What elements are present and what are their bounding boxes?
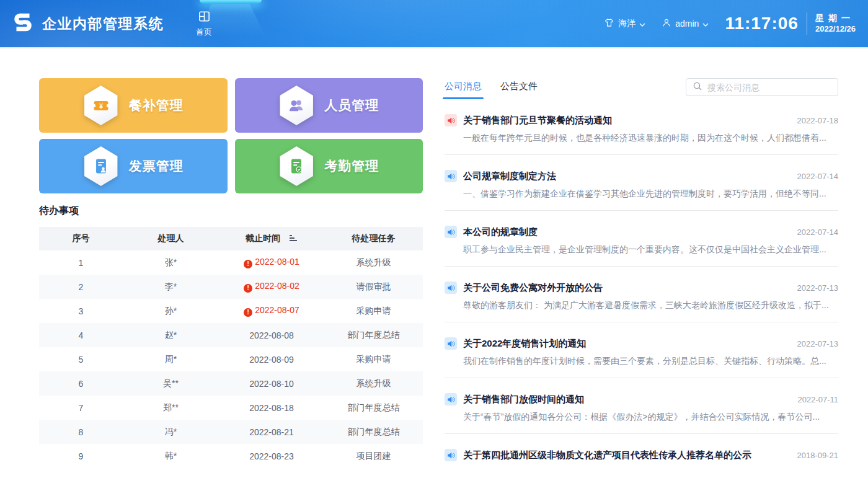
quick-entry-cards: ¥ 餐补管理 人员管理	[39, 78, 423, 193]
list-item[interactable]: 本公司的规章制度 2022-07-14 职工参与企业民主管理，是企业管理制度的一…	[445, 211, 838, 267]
people-icon	[278, 86, 314, 125]
username-label: admin	[675, 19, 699, 29]
news-title: 关于公司免费公寓对外开放的公告	[463, 282, 603, 294]
news-title: 关于销售部门放假时间的通知	[463, 394, 584, 405]
app-title: 企业内部管理系统	[42, 14, 164, 33]
speaker-icon	[445, 281, 457, 294]
nav-home-label: 首页	[196, 27, 212, 38]
news-summary: 职工参与企业民主管理，是企业管理制度的一个重要内容。这不仅仅是中国社会主义企业管…	[445, 244, 838, 255]
news-title: 本公司的规章制度	[463, 226, 538, 238]
news-date: 2022-07-11	[789, 395, 838, 404]
card-attendance[interactable]: 考勤管理	[235, 139, 423, 193]
table-row[interactable]: 8冯* !2022-08-21 部门年度总结	[39, 420, 423, 444]
tab-announcement-files[interactable]: 公告文件	[500, 81, 538, 99]
news-summary: 尊敬的游客朋友们： 为满足广大游客避暑度假需求，三峡大老岭旅游度假区经升级改造，…	[445, 300, 838, 311]
chevron-down-icon	[702, 19, 709, 29]
nav-home-tab[interactable]: 首页	[196, 10, 212, 38]
search-icon	[693, 81, 702, 94]
list-item[interactable]: 关于2022年度销售计划的通知 2022-07-13 我们在制作销售的年度计划时…	[445, 322, 838, 378]
invoice-icon	[83, 146, 119, 186]
todo-table: 序号 处理人 截止时间	[39, 227, 423, 468]
card-label: 餐补管理	[129, 97, 184, 114]
sort-bars-icon[interactable]	[289, 234, 298, 244]
s-logo-icon	[10, 9, 36, 38]
col-no: 序号	[39, 227, 123, 250]
col-handler: 处理人	[123, 227, 219, 250]
news-date: 2022-07-13	[789, 339, 839, 348]
meal-ticket-icon: ¥	[83, 86, 119, 125]
news-title: 关于销售部门元旦节聚餐的活动通知	[463, 115, 612, 126]
app-logo	[10, 9, 36, 38]
news-date: 2022-07-18	[789, 116, 839, 125]
news-summary: 一、借鉴学习作为新建企业在借鉴学习其他企业先进的管理制度时，要巧学活用，但绝不等…	[445, 188, 838, 200]
card-invoice[interactable]: 发票管理	[39, 139, 228, 193]
clock: 11:17:06 星期一 2022/12/26	[725, 12, 856, 35]
clock-time: 11:17:06	[725, 14, 799, 33]
active-tab-indicator	[200, 0, 262, 4]
card-label: 发票管理	[129, 157, 184, 175]
todo-section-title: 待办事项	[39, 205, 423, 218]
table-row[interactable]: 4赵* !2022-08-08 部门年度总结	[39, 323, 423, 347]
table-row[interactable]: 7郑** !2022-08-18 部门年度总结	[39, 396, 423, 420]
news-title: 关于第四批通州区级非物质文化遗产项目代表性传承人推荐名单的公示	[463, 450, 751, 461]
speaker-icon	[445, 226, 457, 238]
tab-company-news[interactable]: 公司消息	[445, 81, 482, 99]
news-search-box[interactable]	[686, 78, 838, 96]
table-row[interactable]: 9韩* !2022-08-23 项目团建	[39, 444, 423, 468]
list-item[interactable]: 公司规章制度制定方法 2022-07-14 一、借鉴学习作为新建企业在借鉴学习其…	[445, 155, 838, 211]
news-date: 2018-09-21	[789, 451, 839, 460]
clock-weekday: 星期一	[815, 12, 856, 24]
table-row[interactable]: 5周* !2022-08-09 采购申请	[39, 347, 423, 371]
speaker-icon	[445, 449, 457, 461]
news-title: 关于2022年度销售计划的通知	[463, 338, 586, 350]
speaker-icon	[445, 337, 457, 350]
list-item[interactable]: 关于第四批通州区级非物质文化遗产项目代表性传承人推荐名单的公示 2018-09-…	[445, 434, 838, 472]
news-date: 2022-07-14	[789, 228, 839, 237]
news-summary: 我们在制作销售的年度计划时候，需要由三个要素，分别是总目标、关键指标、行动策略。…	[445, 356, 838, 367]
speaker-icon	[445, 170, 457, 182]
news-list: 关于销售部门元旦节聚餐的活动通知 2022-07-18 一般在每年跨年元旦的时候…	[445, 99, 838, 472]
news-title: 公司规章制度制定方法	[463, 170, 556, 182]
urgent-icon: !	[244, 308, 252, 317]
urgent-icon: !	[244, 260, 252, 268]
todo-header-row: 序号 处理人 截止时间	[39, 227, 423, 250]
news-tabs: 公司消息 公告文件	[445, 78, 538, 99]
list-item[interactable]: 关于公司免费公寓对外开放的公告 2022-07-13 尊敬的游客朋友们： 为满足…	[445, 267, 838, 322]
app-header: 企业内部管理系统 首页 海洋	[0, 0, 868, 48]
card-label: 人员管理	[324, 97, 379, 114]
speaker-icon	[445, 393, 457, 405]
shirt-icon	[604, 17, 614, 30]
table-row[interactable]: 6吴** !2022-08-10 系统升级	[39, 371, 423, 396]
theme-label: 海洋	[618, 18, 636, 29]
news-summary: 一般在每年跨年元旦的时候，也是各种经济迅速暴涨的时期，因为在这个时候，人们都想借…	[445, 133, 838, 144]
card-label: 考勤管理	[324, 157, 379, 175]
chevron-down-icon	[639, 19, 645, 29]
news-summary: 关于“春节”放假的通知各分公司：根据《假办法>的规定》，并结合公司实际情况，春节…	[445, 412, 838, 423]
list-item[interactable]: 关于销售部门放假时间的通知 2022-07-11 关于“春节”放假的通知各分公司…	[445, 378, 838, 434]
col-task: 待处理任务	[324, 227, 423, 250]
person-icon	[662, 18, 671, 30]
speaker-icon	[445, 114, 457, 126]
col-deadline: 截止时间	[219, 227, 324, 250]
urgent-icon: !	[244, 284, 252, 293]
table-row[interactable]: 3孙* !2022-08-07 采购申请	[39, 299, 423, 323]
news-date: 2022-07-13	[789, 283, 839, 293]
table-row[interactable]: 2李* !2022-08-02 请假审批	[39, 275, 423, 299]
news-date: 2022-07-14	[789, 172, 839, 181]
search-input[interactable]	[707, 82, 831, 92]
theme-switcher[interactable]: 海洋	[604, 17, 645, 30]
clock-date: 2022/12/26	[815, 24, 856, 35]
attendance-check-icon	[278, 146, 314, 186]
table-row[interactable]: 1张* !2022-08-01 系统升级	[39, 250, 423, 275]
svg-text:¥: ¥	[99, 102, 103, 110]
card-personnel[interactable]: 人员管理	[235, 78, 423, 133]
clock-divider	[807, 12, 807, 35]
card-meal-subsidy[interactable]: ¥ 餐补管理	[39, 78, 228, 133]
list-item[interactable]: 关于销售部门元旦节聚餐的活动通知 2022-07-18 一般在每年跨年元旦的时候…	[445, 99, 838, 155]
home-grid-icon	[198, 10, 211, 25]
user-menu[interactable]: admin	[662, 18, 709, 30]
